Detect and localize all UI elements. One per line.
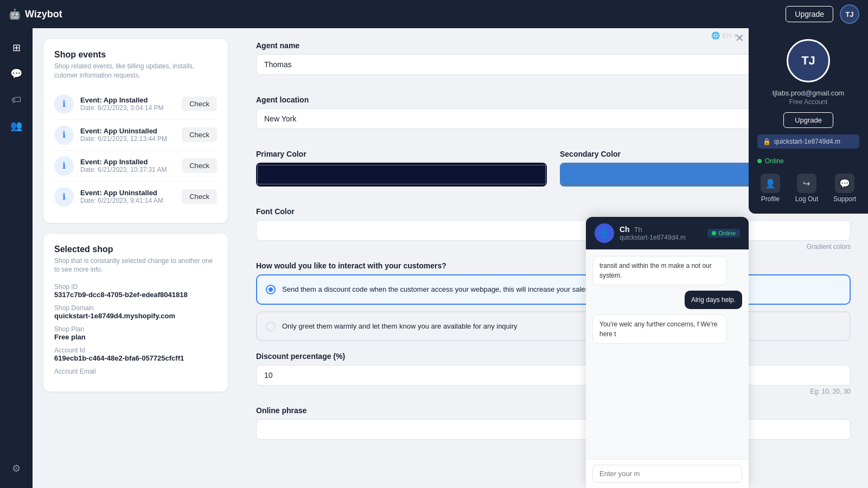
event-date-2: Date: 6/21/2023, 10:37:31 AM (80, 166, 175, 174)
radio-dot-discount (266, 285, 276, 294)
chat-messages: transit and within the m make a not our … (586, 249, 749, 459)
chat-input[interactable] (592, 465, 742, 483)
event-name-1: Event: App Uninstalled (80, 127, 175, 135)
shop-domain-row: Shop Domain quickstart-1e8749d4.myshopif… (54, 304, 217, 320)
profile-action-logout[interactable]: ↪ Log Out (795, 174, 819, 203)
interaction-label: How would you like to interact with your… (256, 261, 851, 270)
profile-plan: Free Account (789, 98, 828, 106)
chat-bubble-1: Alrig days help. (685, 291, 742, 309)
account-id-row: Account Id 619ecb1b-c464-48e2-bfa6-05772… (54, 346, 217, 362)
primary-color-swatch[interactable] (256, 163, 547, 187)
sidebar-item-settings[interactable]: ⚙ (5, 458, 27, 479)
event-date-0: Date: 6/21/2023, 3:04:14 PM (80, 104, 175, 112)
discount-pct-group: Discount percentage (%) Eg: 10, 20, 30 (256, 352, 851, 395)
profile-email: tjlabs.prod@gmail.com (773, 89, 844, 97)
chat-bubble-2: You're welc any further concerns, f We'r… (592, 314, 727, 344)
shop-events-card: Shop events Shop related events, like bi… (43, 39, 228, 223)
radio-text-greet: Only greet them warmly and let them know… (282, 321, 518, 332)
event-info-2: Event: App Installed Date: 6/21/2023, 10… (80, 158, 175, 174)
account-id-value: 619ecb1b-c464-48e2-bfa6-057725cfcff1 (54, 354, 217, 362)
shop-plan-value: Free plan (54, 333, 217, 341)
shop-id-value: 5317c7b9-dcc8-4705-b2ef-edeaf8041818 (54, 291, 217, 299)
shop-domain-label: Shop Domain (54, 304, 217, 312)
left-panel: Shop events Shop related events, like bi… (33, 28, 239, 488)
event-icon-3: ℹ (54, 187, 74, 207)
profile-actions: 👤 Profile ↪ Log Out 💬 Support (757, 174, 859, 203)
account-email-label: Account Email (54, 368, 217, 375)
online-phrase-group: Online phrase (256, 406, 851, 440)
profile-icon: 👤 (761, 174, 780, 193)
shop-badge-text: quickstart-1e8749d4.m (774, 138, 840, 145)
user-avatar[interactable]: TJ (840, 4, 859, 24)
shop-id-row: Shop ID 5317c7b9-dcc8-4705-b2ef-edeaf804… (54, 283, 217, 299)
chat-status-badge: Online (707, 229, 740, 237)
online-dot (757, 159, 762, 163)
event-icon-0: ℹ (54, 94, 74, 114)
app-logo: 🤖 Wizybot (9, 8, 62, 20)
discount-pct-input[interactable] (256, 365, 851, 386)
sidebar-item-home[interactable]: ⊞ (5, 37, 27, 59)
online-status: Online (757, 157, 784, 165)
check-button-2[interactable]: Check (182, 158, 217, 173)
online-phrase-label: Online phrase (256, 406, 851, 415)
shop-plan-label: Shop Plan (54, 325, 217, 333)
chat-shop-id: quickstart-1e8749d4.m (620, 234, 695, 241)
sidebar-item-chat[interactable]: 💬 (5, 63, 27, 85)
app-name: Wizybot (25, 9, 62, 20)
close-button[interactable]: ✕ (735, 31, 744, 44)
font-color-input[interactable] (256, 220, 851, 241)
event-info-3: Event: App Uninstalled Date: 6/21/2023, … (80, 189, 175, 204)
profile-shop-badge: 🔒 quickstart-1e8749d4.m (757, 134, 859, 149)
selected-shop-card: Selected shop Shop that is constantly se… (43, 234, 228, 392)
check-button-0[interactable]: Check (182, 97, 217, 111)
sidebar-item-tag[interactable]: 🏷 (5, 89, 27, 111)
chat-header-info: Ch Th quickstart-1e8749d4.m (620, 225, 702, 241)
chat-agent-th: Th (634, 226, 642, 234)
event-item: ℹ Event: App Uninstalled Date: 6/21/2023… (54, 120, 217, 151)
online-phrase-input[interactable] (256, 419, 851, 440)
profile-avatar-large: TJ (787, 39, 830, 82)
shop-id-label: Shop ID (54, 283, 217, 291)
upgrade-button[interactable]: Upgrade (786, 6, 833, 22)
event-item: ℹ Event: App Uninstalled Date: 6/21/2023… (54, 182, 217, 212)
event-name-2: Event: App Installed (80, 158, 175, 166)
profile-action-support[interactable]: 💬 Support (833, 174, 856, 203)
discount-pct-hint: Eg: 10, 20, 30 (256, 388, 851, 395)
shop-domain-value: quickstart-1e8749d4.myshopify.com (54, 312, 217, 320)
chat-bubble-0: transit and within the m make a not our … (592, 256, 727, 285)
radio-text-discount: Send them a discount code when the custo… (282, 284, 627, 295)
selected-shop-title: Selected shop (54, 245, 217, 254)
profile-action-label: Profile (761, 195, 780, 203)
account-id-label: Account Id (54, 346, 217, 354)
profile-action-profile[interactable]: 👤 Profile (761, 174, 780, 203)
support-icon: 💬 (835, 174, 854, 193)
event-icon-1: ℹ (54, 125, 74, 145)
event-icon-2: ℹ (54, 156, 74, 176)
globe-icon: 🌐 (711, 31, 720, 40)
language-selector[interactable]: 🌐 EN ▾ (711, 31, 738, 40)
event-date-3: Date: 6/21/2023, 9:41:14 AM (80, 197, 175, 204)
sidebar-item-users[interactable]: 👥 (5, 115, 27, 137)
check-button-3[interactable]: Check (182, 189, 217, 204)
chat-online-dot (712, 231, 716, 235)
event-date-1: Date: 6/21/2023, 12:13:44 PM (80, 135, 175, 143)
chat-input-row (586, 459, 749, 488)
chat-panel: 👤 Ch Th quickstart-1e8749d4.m Online tra… (586, 217, 749, 488)
event-item: ℹ Event: App Installed Date: 6/21/2023, … (54, 151, 217, 182)
shop-events-title: Shop events (54, 50, 217, 60)
logout-label: Log Out (795, 195, 819, 203)
discount-pct-label: Discount percentage (%) (256, 352, 851, 361)
event-name-3: Event: App Uninstalled (80, 189, 175, 197)
radio-option-greet[interactable]: Only greet them warmly and let them know… (256, 311, 851, 342)
chat-agent-short: Ch (620, 225, 630, 234)
selected-shop-subtitle: Shop that is constantly selected change … (54, 256, 217, 275)
radio-dot-greet (266, 322, 276, 331)
font-color-group: Font Color Gradient colors (256, 207, 851, 251)
check-button-1[interactable]: Check (182, 127, 217, 142)
event-item: ℹ Event: App Installed Date: 6/21/2023, … (54, 89, 217, 120)
lock-icon: 🔒 (763, 138, 771, 145)
radio-option-discount[interactable]: Send them a discount code when the custo… (256, 274, 851, 305)
event-name-0: Event: App Installed (80, 96, 175, 104)
chat-header: 👤 Ch Th quickstart-1e8749d4.m Online (586, 217, 749, 249)
profile-upgrade-button[interactable]: Upgrade (783, 112, 833, 128)
